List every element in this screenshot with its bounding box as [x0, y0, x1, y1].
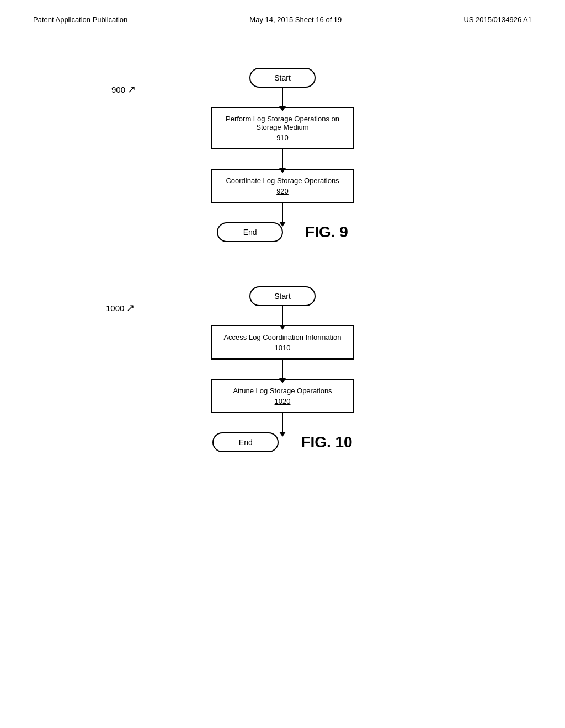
fig10-step2-box: Attune Log Storage Operations 1020: [211, 379, 354, 413]
fig9-flow: Start Perform Log Storage Operations onS…: [145, 68, 420, 242]
fig10-num: 1000: [106, 303, 124, 313]
fig10-start-label: Start: [274, 292, 291, 301]
fig10-arrow2: [282, 360, 283, 379]
fig10-end-row: End FIG. 10: [212, 432, 352, 452]
fig10-label: FIG. 10: [301, 433, 352, 451]
fig10-step1-num: 1010: [223, 344, 342, 352]
fig9-start-label: Start: [274, 73, 291, 82]
fig10-end-label: End: [239, 438, 253, 447]
fig9-num-label: 900 ↗: [111, 83, 136, 95]
fig10-step1-box: Access Log Coordination Information 1010: [211, 325, 354, 360]
fig10-step1-text: Access Log Coordination Information: [223, 333, 341, 341]
fig10-arrow-icon: ↗: [126, 302, 135, 314]
fig9-arrow3: [282, 203, 283, 222]
fig10-step2-text: Attune Log Storage Operations: [233, 387, 332, 395]
fig9-step2-box: Coordinate Log Storage Operations 920: [211, 169, 354, 203]
fig9-arrow2: [282, 149, 283, 169]
header-left: Patent Application Publication: [33, 15, 127, 24]
fig10-num-label: 1000 ↗: [106, 302, 135, 314]
fig9-step2-num: 920: [223, 187, 342, 195]
fig9-end-row: End FIG. 9: [217, 222, 348, 242]
fig10-arrow1: [282, 306, 283, 325]
fig9-step2-text: Coordinate Log Storage Operations: [226, 176, 339, 185]
fig10-flow: Start Access Log Coordination Informatio…: [145, 286, 420, 452]
page: Patent Application Publication May 14, 2…: [0, 0, 565, 728]
fig9-num: 900: [111, 85, 125, 94]
fig10-step2-num: 1020: [223, 397, 342, 405]
fig10-arrow3: [282, 413, 283, 432]
fig10-start-box: Start: [249, 286, 316, 306]
header-right: US 2015/0134926 A1: [463, 15, 532, 24]
fig9-end-box: End: [217, 222, 283, 242]
fig9-step1-num: 910: [223, 133, 342, 142]
fig9-label: FIG. 9: [305, 223, 348, 241]
fig10-diagram: 1000 ↗ Start Access Log Coordination Inf…: [145, 286, 420, 452]
fig9-arrow-icon: ↗: [127, 83, 136, 95]
fig9-end-label: End: [243, 228, 257, 237]
fig9-area: 900 ↗ Start Perform Log Storage Operatio…: [0, 68, 565, 242]
fig10-area: 1000 ↗ Start Access Log Coordination Inf…: [0, 286, 565, 452]
fig9-step1-text: Perform Log Storage Operations onStorage…: [226, 115, 339, 131]
page-header: Patent Application Publication May 14, 2…: [0, 0, 565, 24]
header-center: May 14, 2015 Sheet 16 of 19: [249, 15, 342, 24]
fig9-step1-box: Perform Log Storage Operations onStorage…: [211, 107, 354, 149]
fig9-arrow1: [282, 88, 283, 107]
fig10-end-box: End: [212, 432, 279, 452]
fig9-diagram: 900 ↗ Start Perform Log Storage Operatio…: [145, 68, 420, 242]
fig9-start-box: Start: [249, 68, 316, 88]
